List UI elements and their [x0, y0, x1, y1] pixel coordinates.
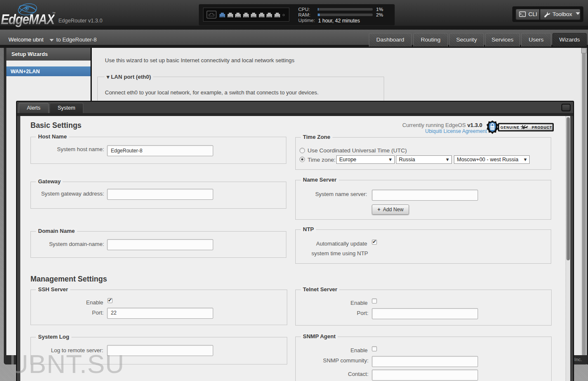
- svg-text:PRODUCT: PRODUCT: [532, 125, 552, 130]
- svg-text:GENUINE: GENUINE: [500, 125, 519, 130]
